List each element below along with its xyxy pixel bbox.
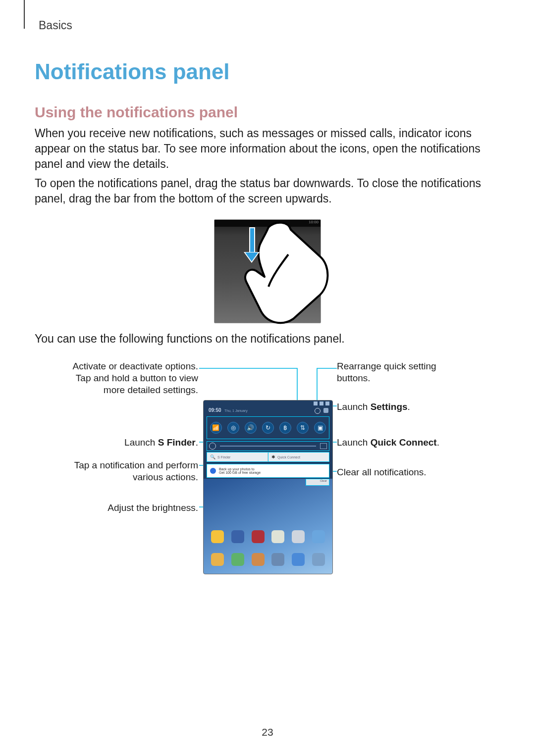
grid-rearrange-icon	[323, 408, 328, 413]
figure-swipe-gesture: 10:00	[214, 219, 321, 323]
bluetooth-icon: ฿	[279, 422, 291, 434]
app-icon	[312, 530, 325, 543]
callout-settings: Launch Settings.	[337, 401, 410, 413]
rotate-icon: ↻	[262, 422, 274, 434]
callout-sfinder: Launch S Finder.	[124, 437, 198, 449]
callout-clear: Clear all notifications.	[337, 466, 427, 478]
app-icon	[312, 553, 325, 566]
quickconnect-label: Quick Connect	[277, 455, 300, 459]
breadcrumb: Basics	[39, 19, 72, 32]
notification-card: Back up your photos to Get 100 GB of fre…	[207, 464, 329, 478]
callout-brightness: Adjust the brightness.	[107, 502, 198, 514]
quickconnect-icon: ✱	[271, 454, 275, 459]
app-row-2	[208, 551, 328, 568]
clear-notifications-button: Clear	[306, 479, 329, 486]
callout-quick-toggles: Activate or deactivate options. Tap and …	[73, 360, 198, 396]
app-row-1	[208, 528, 328, 545]
notification-text: Back up your photos to Get 100 GB of fre…	[219, 467, 261, 474]
brightness-slider	[220, 446, 316, 447]
app-icon	[271, 553, 284, 566]
page-title: Notifications panel	[35, 59, 500, 84]
gear-icon	[315, 408, 321, 414]
app-icon	[231, 530, 244, 543]
callout-notification: Tap a notification and perform various a…	[74, 459, 198, 483]
location-icon: ◎	[227, 422, 239, 434]
brightness-icon	[209, 443, 216, 450]
paragraph-3: You can use the following functions on t…	[35, 331, 500, 347]
sfinder-quickconnect-row: 🔍 S Finder ✱ Quick Connect	[207, 452, 329, 462]
mobile-data-icon: ⇅	[297, 422, 309, 434]
quickconnect-button: ✱ Quick Connect	[268, 452, 329, 462]
panel-date: Thu, 1 January	[224, 409, 248, 412]
section-title: Using the notifications panel	[35, 104, 500, 121]
auto-brightness-toggle	[320, 443, 327, 449]
app-icon	[271, 530, 284, 543]
app-icon	[292, 553, 305, 566]
paragraph-2: To open the notifications panel, drag th…	[35, 176, 500, 206]
sfinder-label: S Finder	[217, 455, 230, 459]
sound-icon: 🔊	[245, 422, 257, 434]
quick-settings-row: 📶 ◎ 🔊 ↻ ฿ ⇅ ▣	[207, 416, 329, 439]
search-icon: 🔍	[210, 454, 215, 459]
paragraph-1: When you receive new notifications, such…	[35, 126, 500, 172]
callout-rearrange: Rearrange quick setting buttons.	[337, 360, 436, 384]
app-icon	[211, 530, 224, 543]
notification-app-icon	[210, 468, 216, 474]
page-number: 23	[0, 726, 535, 738]
panel-time: 09:50	[209, 407, 221, 413]
figure-annotated-panel: 09:50 Thu, 1 January 📶 ◎ 🔊 ↻ ฿ ⇅ ▣	[40, 360, 495, 578]
power-saving-icon: ▣	[314, 422, 326, 434]
sfinder-button: 🔍 S Finder	[207, 452, 268, 462]
wifi-icon: 📶	[210, 422, 222, 434]
callout-quickconnect: Launch Quick Connect.	[337, 437, 439, 449]
notifications-sheet: 09:50 Thu, 1 January 📶 ◎ 🔊 ↻ ฿ ⇅ ▣	[204, 401, 332, 479]
app-icon	[231, 553, 244, 566]
page-tab-mark	[24, 0, 25, 29]
app-icon	[211, 553, 224, 566]
app-icon	[292, 530, 305, 543]
app-icon	[252, 553, 265, 566]
status-icons	[295, 401, 332, 406]
phone-mockup: 09:50 Thu, 1 January 📶 ◎ 🔊 ↻ ฿ ⇅ ▣	[203, 400, 333, 574]
swipe-down-arrow-icon	[244, 227, 259, 266]
document-page: Basics Notifications panel Using the not…	[0, 0, 535, 756]
brightness-row	[207, 441, 329, 451]
app-icon	[252, 530, 265, 543]
